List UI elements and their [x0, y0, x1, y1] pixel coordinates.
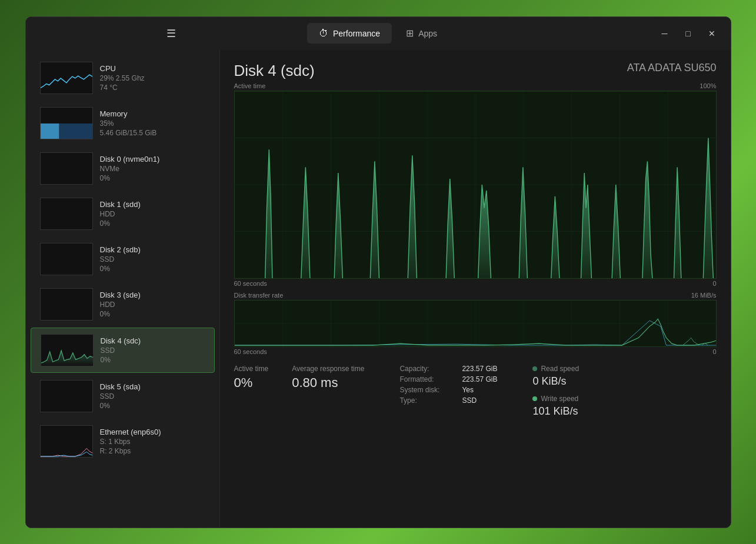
- menu-button[interactable]: ☰: [35, 24, 307, 43]
- svg-rect-4: [41, 243, 92, 275]
- tab-apps[interactable]: ⊞ Apps: [394, 23, 449, 44]
- avg-response-label: Average response time: [292, 365, 364, 373]
- svg-marker-29: [517, 167, 531, 278]
- chart-label-row-active: Active time 100%: [234, 82, 717, 89]
- ethernet-thumb: [40, 425, 93, 458]
- disk2-sub: SSD: [100, 255, 141, 263]
- formatted-row: Formatted: 223.57 GiB: [399, 375, 497, 383]
- capacity-key: Capacity:: [399, 365, 452, 373]
- type-val: SSD: [462, 396, 477, 405]
- stat-avg-response: Average response time 0.80 ms: [292, 365, 364, 418]
- sidebar-item-disk5[interactable]: Disk 5 (sda) SSD 0%: [31, 374, 215, 418]
- chart-section-active: Active time 100%: [234, 82, 717, 518]
- disk5-title: Disk 5 (sda): [100, 382, 141, 391]
- disk3-info: Disk 3 (sde) HDD 0%: [100, 291, 141, 318]
- disk5-info: Disk 5 (sda) SSD 0%: [100, 382, 141, 410]
- performance-icon: ⏱: [319, 28, 328, 39]
- disk4-title: Disk 4 (sdc): [101, 336, 141, 345]
- avg-response-value: 0.80 ms: [292, 375, 364, 391]
- minimize-button[interactable]: ─: [655, 24, 674, 43]
- transfer-rate-label: Disk transfer rate: [234, 292, 284, 299]
- chart-label-row-transfer: Disk transfer rate 16 MiB/s: [234, 292, 717, 299]
- ethernet-sub: S: 1 Kbps: [100, 438, 161, 446]
- disk1-val: 0%: [100, 219, 141, 228]
- ethernet-title: Ethernet (enp6s0): [100, 428, 161, 436]
- speed-groups: Read speed 0 KiB/s Write speed 101 KiB/s: [532, 365, 579, 418]
- write-speed-value: 101 KiB/s: [532, 405, 579, 418]
- main-header: Disk 4 (sdc) ATA ADATA SU650: [234, 62, 717, 80]
- disk4-val: 0%: [101, 356, 141, 364]
- memory-title: Memory: [100, 109, 157, 118]
- sidebar-item-ethernet[interactable]: Ethernet (enp6s0) S: 1 Kbps R: 2 Kbps: [31, 419, 215, 463]
- memory-val: 5.46 GiB/15.5 GiB: [100, 129, 157, 137]
- sidebar: CPU 29% 2.55 Ghz 74 °C Memory 35% 5.46 G…: [26, 50, 220, 528]
- formatted-key: Formatted:: [399, 375, 452, 383]
- write-dot: [532, 396, 537, 401]
- sidebar-item-cpu[interactable]: CPU 29% 2.55 Ghz 74 °C: [31, 56, 215, 100]
- sidebar-item-disk4[interactable]: Disk 4 (sdc) SSD 0%: [31, 328, 215, 373]
- type-key: Type:: [399, 396, 452, 405]
- active-time-chart: [234, 91, 717, 279]
- disk3-val: 0%: [100, 310, 141, 318]
- system-disk-row: System disk: Yes: [399, 386, 497, 394]
- disk0-info: Disk 0 (nvme0n1) NVMe 0%: [100, 155, 160, 182]
- svg-rect-3: [41, 198, 92, 229]
- sidebar-item-disk1[interactable]: Disk 1 (sdd) HDD 0%: [31, 192, 215, 236]
- sidebar-item-memory[interactable]: Memory 35% 5.46 GiB/15.5 GiB: [31, 101, 215, 145]
- read-speed-label-row: Read speed: [532, 365, 579, 373]
- disk4-sub: SSD: [101, 346, 141, 355]
- disk3-sub: HDD: [100, 301, 141, 309]
- tab-apps-label: Apps: [418, 29, 437, 38]
- tab-performance-label: Performance: [333, 29, 380, 38]
- close-button[interactable]: ✕: [702, 24, 721, 43]
- write-speed-label: Write speed: [541, 395, 578, 403]
- svg-rect-5: [41, 289, 92, 320]
- cpu-thumb: [40, 62, 93, 94]
- transfer-time-right: 0: [712, 348, 716, 355]
- capacity-val: 223.57 GiB: [462, 365, 497, 373]
- disk2-val: 0%: [100, 265, 141, 273]
- disk4-thumb: [41, 334, 94, 366]
- disk3-title: Disk 3 (sde): [100, 291, 141, 299]
- sidebar-item-disk3[interactable]: Disk 3 (sde) HDD 0%: [31, 282, 215, 326]
- ethernet-val: R: 2 Kbps: [100, 447, 161, 455]
- capacity-row: Capacity: 223.57 GiB: [399, 365, 497, 373]
- active-time-stat-label: Active time: [234, 365, 269, 373]
- titlebar-right: ─ □ ✕: [449, 24, 721, 43]
- sidebar-item-disk0[interactable]: Disk 0 (nvme0n1) NVMe 0%: [31, 146, 215, 191]
- titlebar-tabs: ⏱ Performance ⊞ Apps: [307, 23, 449, 44]
- titlebar: ☰ ⏱ Performance ⊞ Apps ─ □ ✕: [26, 17, 731, 50]
- disk0-sub: NVMe: [100, 165, 160, 173]
- disk2-thumb: [40, 243, 93, 275]
- page-title: Disk 4 (sdc): [234, 62, 315, 80]
- stats-row: Active time 0% Average response time 0.8…: [234, 365, 717, 418]
- transfer-rate-chart: [234, 300, 717, 347]
- svg-marker-35: [701, 138, 715, 278]
- transfer-time-row: 60 seconds 0: [234, 348, 717, 355]
- active-time-label: Active time: [234, 82, 266, 89]
- svg-rect-1: [41, 123, 59, 138]
- active-time-row: 60 seconds 0: [234, 280, 717, 287]
- svg-rect-2: [41, 153, 92, 184]
- system-disk-val: Yes: [462, 386, 474, 394]
- cpu-val: 74 °C: [100, 84, 145, 92]
- transfer-rate-max: 16 MiB/s: [691, 292, 717, 299]
- maximize-button[interactable]: □: [679, 24, 698, 43]
- disk2-title: Disk 2 (sdb): [100, 245, 141, 254]
- sidebar-item-disk2[interactable]: Disk 2 (sdb) SSD 0%: [31, 237, 215, 281]
- main-window: ☰ ⏱ Performance ⊞ Apps ─ □ ✕: [25, 16, 731, 528]
- cpu-info: CPU 29% 2.55 Ghz 74 °C: [100, 64, 145, 92]
- disk3-thumb: [40, 288, 93, 321]
- disk1-title: Disk 1 (sdd): [100, 200, 141, 209]
- disk0-thumb: [40, 152, 93, 185]
- read-speed-label: Read speed: [541, 365, 579, 373]
- titlebar-left: ☰: [35, 24, 307, 43]
- memory-sub: 35%: [100, 119, 157, 128]
- read-speed-value: 0 KiB/s: [532, 375, 579, 388]
- formatted-val: 223.57 GiB: [462, 375, 497, 383]
- active-time-right: 0: [712, 280, 716, 287]
- disk5-thumb: [40, 380, 93, 412]
- tab-performance[interactable]: ⏱ Performance: [307, 23, 392, 44]
- active-time-left: 60 seconds: [234, 280, 267, 287]
- active-time-max: 100%: [700, 82, 716, 89]
